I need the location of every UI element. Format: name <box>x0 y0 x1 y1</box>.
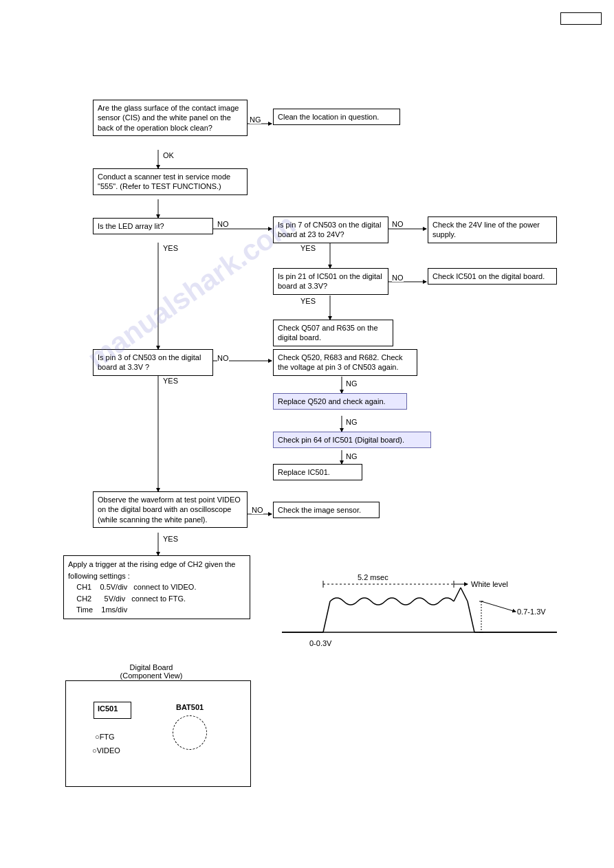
label-ng3: NG <box>346 418 358 426</box>
label-no2: NO <box>392 220 404 228</box>
label-ok1: OK <box>163 151 174 159</box>
top-right-box <box>560 12 602 25</box>
box-replace-ic501: Replace IC501. <box>273 464 362 480</box>
box-pin3-question: Is pin 3 of CN503 on the digital board a… <box>93 349 213 376</box>
box-replace-q520: Replace Q520 and check again. <box>273 393 407 410</box>
box-apply-trigger: Apply a trigger at the rising edge of CH… <box>63 555 250 619</box>
label-yes2: YES <box>300 244 316 252</box>
label-ng2: NG <box>346 379 358 388</box>
svg-line-27 <box>461 588 468 601</box>
label-ng1: NG <box>250 115 261 124</box>
box-check-q520: Check Q520, R683 and R682. Check the vol… <box>273 349 417 376</box>
component-view-box: IC501 BAT501 ○FTG ○VIDEO <box>65 680 251 787</box>
label-no5: NO <box>252 506 263 514</box>
box-check-pin64: Check pin 64 of IC501 (Digital board). <box>273 432 431 448</box>
box-check-q507: Check Q507 and R635 on the digital board… <box>273 320 393 346</box>
label-no3: NO <box>392 274 404 282</box>
box-check-ic501: Check IC501 on the digital board. <box>428 268 557 285</box>
video-label: ○VIDEO <box>92 746 120 755</box>
svg-text:0-0.3V: 0-0.3V <box>309 639 332 647</box>
label-yes5: YES <box>163 535 178 543</box>
svg-line-25 <box>323 601 330 632</box>
box-check-24v: Check the 24V line of the power supply. <box>428 216 557 243</box>
label-yes1: YES <box>163 244 178 252</box>
svg-line-26 <box>454 588 461 601</box>
box-observe-waveform: Observe the waveform at test point VIDEO… <box>93 491 248 528</box>
svg-line-30 <box>481 601 516 612</box>
label-yes3: YES <box>300 297 316 305</box>
box-check-image-sensor: Check the image sensor. <box>273 502 380 518</box>
label-no4: NO <box>217 354 229 362</box>
box-clean-location: Clean the location in question. <box>273 109 400 125</box>
svg-line-28 <box>468 601 474 632</box>
waveform-svg: 5.2 msec White level 0.7-1.3V 0-0.3V <box>268 564 578 653</box>
box-pin21-question: Is pin 21 of IC501 on the digital board … <box>273 268 388 295</box>
label-ng4: NG <box>346 452 358 460</box>
box-scanner-test: Conduct a scanner test in service mode "… <box>93 168 248 195</box>
svg-text:White level: White level <box>471 580 508 588</box>
ic501-component: IC501 <box>94 702 131 719</box>
box-cis-question: Are the glass surface of the contact ima… <box>93 100 248 136</box>
svg-text:5.2 msec: 5.2 msec <box>358 573 388 581</box>
label-no1: NO <box>217 220 229 228</box>
bat501-label: BAT501 <box>176 703 204 711</box>
page-container: Are the glass surface of the contact ima… <box>0 0 614 868</box>
svg-text:0.7-1.3V: 0.7-1.3V <box>517 608 546 616</box>
ftg-label: ○FTG <box>95 733 115 741</box>
label-yes4: YES <box>163 377 178 385</box>
box-pin7-question: Is pin 7 of CN503 on the digital board a… <box>273 216 388 243</box>
box-led-question: Is the LED array lit? <box>93 218 213 234</box>
digital-board-label: Digital Board(Component View) <box>107 663 196 680</box>
waveform-diagram: 5.2 msec White level 0.7-1.3V 0-0.3V <box>268 564 578 653</box>
bat501-circle <box>173 715 207 750</box>
